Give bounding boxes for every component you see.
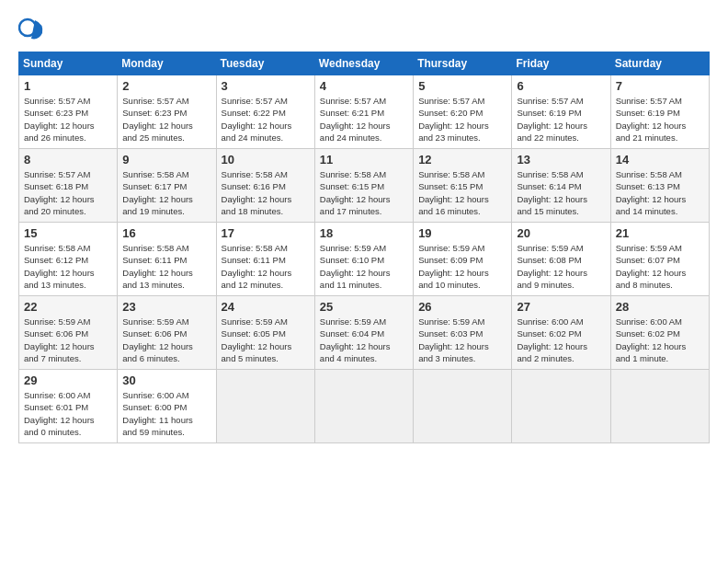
day-number: 1 [24,79,112,93]
day-cell-24: 24Sunrise: 5:59 AMSunset: 6:05 PMDayligh… [216,296,314,370]
day-cell-1: 1Sunrise: 5:57 AMSunset: 6:23 PMDaylight… [19,75,118,149]
day-cell-14: 14Sunrise: 5:58 AMSunset: 6:13 PMDayligh… [610,149,709,223]
day-cell-4: 4Sunrise: 5:57 AMSunset: 6:21 PMDaylight… [314,75,413,149]
cell-content: Sunrise: 6:00 AMSunset: 6:01 PMDaylight:… [24,390,95,437]
cell-content: Sunrise: 5:58 AMSunset: 6:17 PMDaylight:… [122,169,193,216]
cell-content: Sunrise: 5:57 AMSunset: 6:23 PMDaylight:… [122,96,193,143]
day-number: 7 [616,79,704,93]
cell-content: Sunrise: 5:57 AMSunset: 6:18 PMDaylight:… [24,169,95,216]
day-cell-17: 17Sunrise: 5:58 AMSunset: 6:11 PMDayligh… [216,223,314,296]
day-number: 18 [320,226,408,240]
weekday-header-saturday: Saturday [610,52,709,75]
cell-content: Sunrise: 5:59 AMSunset: 6:09 PMDaylight:… [418,243,489,290]
week-row-3: 15Sunrise: 5:58 AMSunset: 6:12 PMDayligh… [19,223,710,296]
day-number: 19 [418,226,506,240]
weekday-header-friday: Friday [512,52,610,75]
day-number: 21 [616,226,704,240]
weekday-header-monday: Monday [118,52,216,75]
weekday-header-tuesday: Tuesday [216,52,314,75]
day-number: 2 [122,79,210,93]
cell-content: Sunrise: 5:58 AMSunset: 6:15 PMDaylight:… [418,169,489,216]
day-number: 14 [616,153,704,167]
day-number: 8 [24,153,112,167]
day-number: 4 [320,79,408,93]
empty-cell [216,370,314,443]
week-row-1: 1Sunrise: 5:57 AMSunset: 6:23 PMDaylight… [19,75,710,149]
empty-cell [414,370,512,443]
day-number: 15 [24,226,112,240]
day-cell-11: 11Sunrise: 5:58 AMSunset: 6:15 PMDayligh… [314,149,413,223]
day-cell-5: 5Sunrise: 5:57 AMSunset: 6:20 PMDaylight… [414,75,512,149]
cell-content: Sunrise: 5:59 AMSunset: 6:07 PMDaylight:… [616,243,687,290]
day-number: 6 [517,79,605,93]
day-number: 25 [320,300,408,314]
day-cell-15: 15Sunrise: 5:58 AMSunset: 6:12 PMDayligh… [19,223,118,296]
cell-content: Sunrise: 5:58 AMSunset: 6:12 PMDaylight:… [24,243,95,290]
day-number: 23 [122,300,210,314]
day-number: 27 [517,300,605,314]
day-cell-23: 23Sunrise: 5:59 AMSunset: 6:06 PMDayligh… [118,296,216,370]
day-number: 3 [222,79,310,93]
cell-content: Sunrise: 5:58 AMSunset: 6:14 PMDaylight:… [517,169,587,216]
day-cell-25: 25Sunrise: 5:59 AMSunset: 6:04 PMDayligh… [314,296,413,370]
week-row-5: 29Sunrise: 6:00 AMSunset: 6:01 PMDayligh… [19,370,710,443]
cell-content: Sunrise: 5:58 AMSunset: 6:16 PMDaylight:… [222,169,292,216]
cell-content: Sunrise: 6:00 AMSunset: 6:02 PMDaylight:… [616,316,687,363]
weekday-header-row: SundayMondayTuesdayWednesdayThursdayFrid… [19,52,710,75]
cell-content: Sunrise: 5:58 AMSunset: 6:11 PMDaylight:… [222,243,292,290]
day-number: 17 [222,226,310,240]
day-cell-28: 28Sunrise: 6:00 AMSunset: 6:02 PMDayligh… [610,296,709,370]
day-cell-3: 3Sunrise: 5:57 AMSunset: 6:22 PMDaylight… [216,75,314,149]
cell-content: Sunrise: 5:57 AMSunset: 6:23 PMDaylight:… [24,96,95,143]
day-number: 26 [418,300,506,314]
day-cell-27: 27Sunrise: 6:00 AMSunset: 6:02 PMDayligh… [512,296,610,370]
day-number: 13 [517,153,605,167]
day-number: 30 [122,373,210,387]
day-cell-12: 12Sunrise: 5:58 AMSunset: 6:15 PMDayligh… [414,149,512,223]
cell-content: Sunrise: 5:57 AMSunset: 6:19 PMDaylight:… [517,96,587,143]
cell-content: Sunrise: 5:59 AMSunset: 6:08 PMDaylight:… [517,243,587,290]
cell-content: Sunrise: 5:59 AMSunset: 6:03 PMDaylight:… [418,316,489,363]
weekday-header-sunday: Sunday [19,52,118,75]
week-row-2: 8Sunrise: 5:57 AMSunset: 6:18 PMDaylight… [19,149,710,223]
day-number: 16 [122,226,210,240]
cell-content: Sunrise: 5:59 AMSunset: 6:06 PMDaylight:… [24,316,95,363]
page: SundayMondayTuesdayWednesdayThursdayFrid… [0,0,728,453]
weekday-header-wednesday: Wednesday [314,52,413,75]
calendar-table: SundayMondayTuesdayWednesdayThursdayFrid… [18,52,710,443]
header [18,15,710,40]
cell-content: Sunrise: 5:57 AMSunset: 6:22 PMDaylight:… [222,96,292,143]
cell-content: Sunrise: 5:58 AMSunset: 6:11 PMDaylight:… [122,243,193,290]
cell-content: Sunrise: 5:57 AMSunset: 6:19 PMDaylight:… [616,96,687,143]
cell-content: Sunrise: 5:59 AMSunset: 6:06 PMDaylight:… [122,316,193,363]
day-number: 29 [24,373,112,387]
day-number: 11 [320,153,408,167]
day-cell-26: 26Sunrise: 5:59 AMSunset: 6:03 PMDayligh… [414,296,512,370]
day-number: 22 [24,300,112,314]
cell-content: Sunrise: 5:57 AMSunset: 6:21 PMDaylight:… [320,96,391,143]
day-cell-8: 8Sunrise: 5:57 AMSunset: 6:18 PMDaylight… [19,149,118,223]
empty-cell [314,370,413,443]
empty-cell [610,370,709,443]
cell-content: Sunrise: 6:00 AMSunset: 6:02 PMDaylight:… [517,316,587,363]
day-cell-18: 18Sunrise: 5:59 AMSunset: 6:10 PMDayligh… [314,223,413,296]
cell-content: Sunrise: 5:59 AMSunset: 6:10 PMDaylight:… [320,243,391,290]
day-cell-2: 2Sunrise: 5:57 AMSunset: 6:23 PMDaylight… [118,75,216,149]
day-cell-9: 9Sunrise: 5:58 AMSunset: 6:17 PMDaylight… [118,149,216,223]
day-cell-19: 19Sunrise: 5:59 AMSunset: 6:09 PMDayligh… [414,223,512,296]
day-cell-13: 13Sunrise: 5:58 AMSunset: 6:14 PMDayligh… [512,149,610,223]
day-number: 20 [517,226,605,240]
cell-content: Sunrise: 6:00 AMSunset: 6:00 PMDaylight:… [122,390,193,437]
day-cell-6: 6Sunrise: 5:57 AMSunset: 6:19 PMDaylight… [512,75,610,149]
week-row-4: 22Sunrise: 5:59 AMSunset: 6:06 PMDayligh… [19,296,710,370]
day-number: 24 [222,300,310,314]
logo-icon [18,15,44,40]
day-number: 10 [222,153,310,167]
day-number: 28 [616,300,704,314]
day-cell-20: 20Sunrise: 5:59 AMSunset: 6:08 PMDayligh… [512,223,610,296]
day-cell-22: 22Sunrise: 5:59 AMSunset: 6:06 PMDayligh… [19,296,118,370]
day-number: 5 [418,79,506,93]
day-cell-16: 16Sunrise: 5:58 AMSunset: 6:11 PMDayligh… [118,223,216,296]
day-cell-29: 29Sunrise: 6:00 AMSunset: 6:01 PMDayligh… [19,370,118,443]
empty-cell [512,370,610,443]
